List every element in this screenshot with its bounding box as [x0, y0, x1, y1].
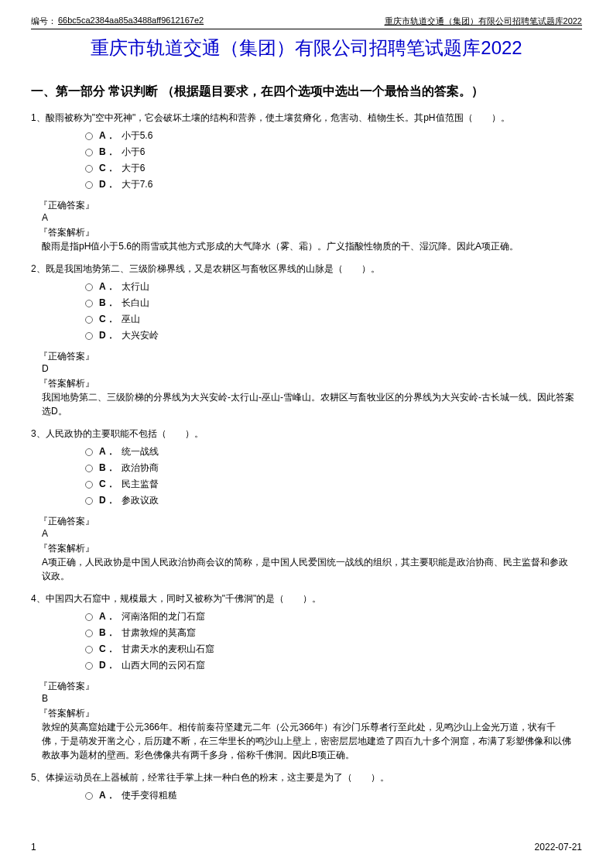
question-text: 2、既是我国地势第二、三级阶梯界线，又是农耕区与畜牧区界线的山脉是（ ）。 — [31, 262, 582, 276]
answer-label: 『正确答案』 — [39, 515, 582, 528]
question-block: 3、人民政协的主要职能不包括（ ）。A．统一战线B．政治协商C．民主监督D．参政… — [31, 427, 582, 583]
option-row[interactable]: D．山西大同的云冈石窟 — [85, 659, 582, 672]
option-row[interactable]: A．河南洛阳的龙门石窟 — [85, 610, 582, 623]
analysis-text: A项正确，人民政协是中国人民政治协商会议的简称，是中国人民爱国统一战线的组织，其… — [42, 555, 574, 583]
option-text: 甘肃敦煌的莫高窟 — [122, 626, 196, 640]
option-text: 巫山 — [122, 313, 140, 326]
analysis-text: 酸雨是指pH值小于5.6的雨雪或其他方式形成的大气降水（雾、霜）。广义指酸性物质… — [42, 239, 574, 253]
radio-icon[interactable] — [85, 646, 93, 654]
option-text: 统一战线 — [122, 445, 159, 458]
questions-container: 1、酸雨被称为"空中死神"，它会破坏土壤的结构和营养，使土壤贫瘠化，危害动、植物… — [31, 112, 582, 802]
option-row[interactable]: A．小于5.6 — [85, 129, 582, 142]
option-row[interactable]: C．甘肃天水的麦积山石窟 — [85, 643, 582, 656]
option-letter: B． — [99, 146, 115, 159]
option-letter: C． — [99, 313, 115, 326]
radio-icon[interactable] — [85, 662, 93, 670]
option-letter: A． — [99, 280, 115, 293]
option-text: 小于5.6 — [122, 129, 153, 142]
option-text: 甘肃天水的麦积山石窟 — [122, 643, 214, 656]
radio-icon[interactable] — [85, 132, 93, 140]
option-text: 河南洛阳的龙门石窟 — [122, 610, 205, 623]
option-row[interactable]: A．使手变得粗糙 — [85, 789, 582, 802]
options-list: A．太行山B．长白山C．巫山D．大兴安岭 — [31, 280, 582, 342]
option-row[interactable]: B．政治协商 — [85, 461, 582, 475]
analysis-label: 『答案解析』 — [39, 542, 582, 555]
header-id-label: 编号： — [31, 15, 57, 27]
option-row[interactable]: D．大兴安岭 — [85, 329, 582, 342]
options-list: A．统一战线B．政治协商C．民主监督D．参政议政 — [31, 445, 582, 507]
option-text: 使手变得粗糙 — [122, 789, 177, 802]
radio-icon[interactable] — [85, 300, 93, 307]
analysis-label: 『答案解析』 — [39, 377, 582, 390]
option-text: 大兴安岭 — [122, 329, 159, 342]
radio-icon[interactable] — [85, 332, 93, 340]
option-row[interactable]: D．参政议政 — [85, 494, 582, 507]
radio-icon[interactable] — [85, 165, 93, 173]
question-block: 4、中国四大石窟中，规模最大，同时又被称为"千佛洞"的是（ ）。A．河南洛阳的龙… — [31, 592, 582, 762]
option-text: 参政议政 — [122, 494, 159, 507]
header-row: 编号： 66bc5ca2384aa85a3488aff9612167e2 重庆市… — [31, 15, 582, 29]
answer-value: A — [42, 212, 582, 223]
radio-icon[interactable] — [85, 481, 93, 489]
option-letter: D． — [99, 178, 115, 191]
header-id-value: 66bc5ca2384aa85a3488aff9612167e2 — [58, 15, 204, 27]
option-row[interactable]: C．大于6 — [85, 162, 582, 175]
footer-date: 2022-07-21 — [535, 842, 582, 853]
option-text: 太行山 — [122, 280, 149, 293]
option-letter: C． — [99, 478, 115, 491]
radio-icon[interactable] — [85, 149, 93, 156]
option-row[interactable]: B．甘肃敦煌的莫高窟 — [85, 626, 582, 640]
options-list: A．使手变得粗糙 — [31, 789, 582, 802]
question-block: 5、体操运动员在上器械前，经常往手掌上抹一种白色的粉末，这主要是为了（ ）。A．… — [31, 771, 582, 802]
question-block: 1、酸雨被称为"空中死神"，它会破坏土壤的结构和营养，使土壤贫瘠化，危害动、植物… — [31, 112, 582, 253]
option-letter: C． — [99, 162, 115, 175]
option-letter: B． — [99, 461, 115, 475]
option-row[interactable]: C．巫山 — [85, 313, 582, 326]
option-row[interactable]: D．大于7.6 — [85, 178, 582, 191]
option-letter: D． — [99, 494, 115, 507]
question-text: 5、体操运动员在上器械前，经常往手掌上抹一种白色的粉末，这主要是为了（ ）。 — [31, 771, 582, 784]
question-block: 2、既是我国地势第二、三级阶梯界线，又是农耕区与畜牧区界线的山脉是（ ）。A．太… — [31, 262, 582, 418]
option-row[interactable]: B．长白山 — [85, 297, 582, 310]
question-text: 4、中国四大石窟中，规模最大，同时又被称为"千佛洞"的是（ ）。 — [31, 592, 582, 606]
radio-icon[interactable] — [85, 283, 93, 291]
option-row[interactable]: B．小于6 — [85, 146, 582, 159]
analysis-label: 『答案解析』 — [39, 226, 582, 239]
option-row[interactable]: A．统一战线 — [85, 445, 582, 458]
radio-icon[interactable] — [85, 448, 93, 456]
question-text: 1、酸雨被称为"空中死神"，它会破坏土壤的结构和营养，使土壤贫瘠化，危害动、植物… — [31, 112, 582, 125]
radio-icon[interactable] — [85, 181, 93, 189]
option-letter: C． — [99, 643, 115, 656]
option-letter: D． — [99, 329, 115, 342]
option-text: 政治协商 — [122, 461, 159, 475]
option-text: 小于6 — [122, 146, 146, 159]
radio-icon[interactable] — [85, 497, 93, 505]
option-row[interactable]: A．太行山 — [85, 280, 582, 293]
answer-label: 『正确答案』 — [39, 350, 582, 363]
header-left: 编号： 66bc5ca2384aa85a3488aff9612167e2 — [31, 15, 204, 27]
radio-icon[interactable] — [85, 792, 93, 800]
option-letter: B． — [99, 297, 115, 310]
options-list: A．小于5.6B．小于6C．大于6D．大于7.6 — [31, 129, 582, 191]
option-text: 民主监督 — [122, 478, 159, 491]
option-text: 长白山 — [122, 297, 149, 310]
option-letter: A． — [99, 129, 115, 142]
options-list: A．河南洛阳的龙门石窟B．甘肃敦煌的莫高窟C．甘肃天水的麦积山石窟D．山西大同的… — [31, 610, 582, 672]
header-right-text: 重庆市轨道交通（集团）有限公司招聘笔试题库2022 — [385, 15, 582, 27]
answer-label: 『正确答案』 — [39, 680, 582, 693]
answer-value: D — [42, 363, 582, 374]
option-text: 大于6 — [122, 162, 146, 175]
radio-icon[interactable] — [85, 316, 93, 324]
answer-value: A — [42, 528, 582, 539]
footer: 1 2022-07-21 — [31, 842, 582, 853]
radio-icon[interactable] — [85, 613, 93, 621]
option-row[interactable]: C．民主监督 — [85, 478, 582, 491]
radio-icon[interactable] — [85, 630, 93, 637]
section-title: 一、第一部分 常识判断 （根据题目要求，在四个选项中选出一个最恰当的答案。） — [31, 84, 582, 100]
page-number: 1 — [31, 842, 36, 853]
option-text: 山西大同的云冈石窟 — [122, 659, 205, 672]
option-letter: A． — [99, 610, 115, 623]
radio-icon[interactable] — [85, 465, 93, 472]
page-title: 重庆市轨道交通（集团）有限公司招聘笔试题库2022 — [31, 36, 582, 60]
option-text: 大于7.6 — [122, 178, 153, 191]
